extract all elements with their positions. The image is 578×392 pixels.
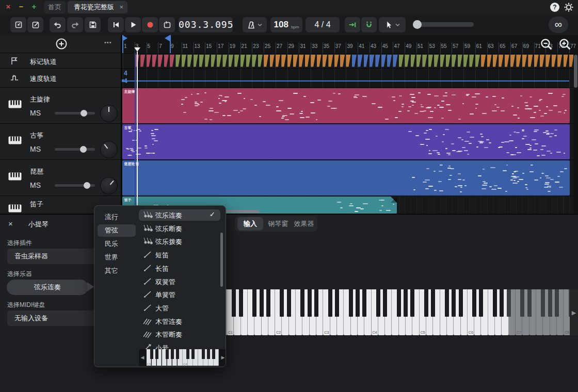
piano-black-key[interactable] — [548, 289, 552, 317]
marker-flag[interactable] — [375, 55, 380, 67]
marker-flag[interactable] — [411, 55, 415, 67]
marker-flag[interactable] — [281, 55, 286, 67]
add-track-icon[interactable] — [55, 38, 68, 50]
popup-category-4[interactable]: 其它 — [98, 265, 136, 277]
marker-flag[interactable] — [205, 55, 210, 67]
magnet-icon[interactable] — [361, 17, 377, 32]
instrument-option[interactable]: 木管连奏 — [139, 316, 220, 327]
marker-flag[interactable] — [463, 55, 468, 67]
mini-piano-black-key[interactable] — [186, 349, 189, 359]
marker-flag[interactable] — [270, 55, 275, 67]
tab-effects[interactable]: 效果器 — [292, 217, 316, 231]
track-lane[interactable]: 古筝 — [122, 124, 578, 160]
marker-flag[interactable] — [164, 55, 169, 67]
marker-flag[interactable] — [387, 55, 392, 67]
marker-flag[interactable] — [416, 55, 421, 67]
popup-category-0[interactable]: 流行 — [98, 211, 136, 223]
playhead-handle[interactable] — [134, 47, 140, 52]
mute-button[interactable]: M — [30, 145, 36, 153]
piano-black-key[interactable] — [431, 289, 435, 317]
settings-gear-icon[interactable] — [564, 2, 574, 12]
piano-black-key[interactable] — [314, 289, 318, 317]
piano-black-key[interactable] — [260, 289, 264, 317]
save-icon[interactable] — [85, 17, 101, 32]
instrument-option[interactable]: 短笛 — [139, 249, 220, 260]
autoscroll-icon[interactable] — [345, 17, 360, 32]
mute-button[interactable]: M — [30, 181, 36, 189]
marker-flag[interactable] — [428, 55, 433, 67]
midi-clip[interactable]: 古筝 — [122, 124, 570, 159]
marker-flag[interactable] — [358, 55, 362, 67]
pan-knob[interactable] — [100, 141, 118, 158]
piano-black-key[interactable] — [383, 289, 387, 317]
marker-flag[interactable] — [552, 55, 556, 67]
marker-flag[interactable] — [240, 55, 245, 67]
piano-black-key[interactable] — [541, 289, 545, 317]
piano-black-key[interactable] — [404, 289, 408, 317]
marker-flag[interactable] — [475, 55, 480, 67]
marker-flag[interactable] — [187, 55, 192, 67]
instrument-option[interactable]: 弦乐拨奏 — [139, 236, 220, 247]
mini-piano-left-icon[interactable]: ◀ — [139, 349, 146, 366]
marker-flag[interactable] — [211, 55, 216, 67]
bpm-display[interactable]: 108 bpm — [270, 17, 302, 32]
mini-piano-black-key[interactable] — [212, 349, 215, 359]
window-close-button[interactable]: × — [4, 2, 12, 11]
more-icon[interactable]: ••• — [104, 39, 112, 45]
piano-black-key[interactable] — [569, 289, 570, 317]
marker-flag[interactable] — [299, 55, 303, 67]
mini-piano-black-key[interactable] — [191, 349, 195, 359]
redo-icon[interactable] — [67, 17, 83, 32]
solo-button[interactable]: S — [36, 109, 41, 117]
marker-track-lane[interactable] — [122, 53, 578, 69]
volume-slider-thumb[interactable] — [84, 182, 90, 189]
volume-slider[interactable] — [55, 112, 95, 115]
piano-scroll-right-icon[interactable]: ▶ — [570, 289, 578, 336]
time-signature-display[interactable]: 4 / 4 — [306, 17, 340, 32]
volume-slider-thumb[interactable] — [80, 146, 87, 153]
piano-black-key[interactable] — [479, 289, 483, 317]
volume-slider[interactable] — [55, 148, 95, 151]
marker-flag[interactable] — [528, 55, 533, 67]
undo-icon[interactable] — [50, 17, 66, 32]
piano-black-key[interactable] — [452, 289, 456, 317]
marker-flag[interactable] — [264, 55, 268, 67]
piano-black-key[interactable] — [308, 289, 312, 317]
piano-black-key[interactable] — [252, 289, 256, 317]
marker-flag[interactable] — [340, 55, 345, 67]
track-header[interactable]: 主旋律MS — [0, 88, 121, 124]
track-header[interactable]: 古筝MS — [0, 124, 121, 160]
marker-flag[interactable] — [452, 55, 456, 67]
marker-flag[interactable] — [311, 55, 315, 67]
piano-black-key[interactable] — [239, 289, 243, 317]
marker-flag[interactable] — [557, 55, 562, 67]
record-icon[interactable] — [142, 17, 158, 32]
piano-black-key[interactable] — [493, 289, 497, 317]
tab-input[interactable]: 输入 — [237, 217, 263, 231]
tab-piano-roll[interactable]: 钢琴窗 — [266, 217, 291, 231]
popup-category-2[interactable]: 民乐 — [98, 238, 136, 250]
marker-flag[interactable] — [194, 55, 198, 67]
marker-flag[interactable] — [258, 55, 263, 67]
marker-flag[interactable] — [152, 55, 157, 67]
marker-flag[interactable] — [422, 55, 427, 67]
mini-piano-black-key[interactable] — [171, 349, 174, 359]
piano-black-key[interactable] — [349, 289, 353, 317]
marker-flag[interactable] — [540, 55, 544, 67]
marker-flag[interactable] — [222, 55, 227, 67]
marker-flag[interactable] — [199, 55, 204, 67]
zoom-in-icon[interactable] — [558, 38, 572, 51]
marker-flag[interactable] — [140, 55, 145, 67]
loop-end-marker[interactable] — [165, 35, 170, 41]
marker-flag[interactable] — [328, 55, 333, 67]
piano-black-key[interactable] — [356, 289, 360, 317]
popup-scrollbar[interactable] — [220, 233, 223, 287]
marker-flag[interactable] — [458, 55, 462, 67]
import-icon[interactable] — [10, 17, 26, 32]
marker-flag[interactable] — [434, 55, 439, 67]
marker-flag[interactable] — [534, 55, 539, 67]
marker-flag[interactable] — [334, 55, 339, 67]
instrument-option[interactable]: 弦乐连奏✓ — [139, 209, 220, 221]
piano-black-key[interactable] — [232, 289, 236, 317]
marker-flag[interactable] — [346, 55, 350, 67]
